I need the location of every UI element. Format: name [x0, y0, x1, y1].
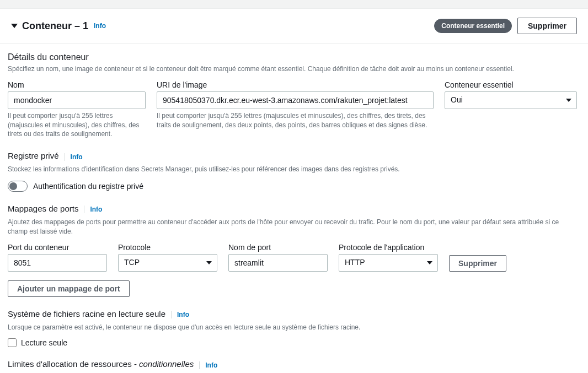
port-name-input[interactable] — [228, 254, 328, 272]
port-mappings-section: Mappages de ports Info Ajoutez des mappa… — [8, 204, 577, 297]
readonly-fs-heading: Système de fichiers racine en lecture se… — [8, 309, 165, 318]
info-link-registry[interactable]: Info — [71, 153, 83, 161]
name-hint: Il peut comporter jusqu'à 255 lettres (m… — [8, 111, 146, 139]
name-label: Nom — [8, 80, 146, 89]
registry-auth-toggle[interactable] — [8, 181, 28, 192]
remove-port-button[interactable]: Supprimer — [449, 255, 506, 272]
essential-label: Conteneur essentiel — [445, 80, 577, 89]
details-desc: Spécifiez un nom, une image de conteneur… — [8, 64, 577, 74]
app-protocol-select[interactable]: HTTP — [339, 254, 438, 272]
container-port-input[interactable] — [8, 254, 107, 272]
protocol-label: Protocole — [118, 243, 217, 252]
registry-auth-label: Authentification du registre privé — [33, 182, 143, 191]
protocol-select[interactable]: TCP — [118, 254, 217, 272]
port-mappings-desc: Ajoutez des mappages de ports pour perme… — [8, 218, 577, 236]
divider — [84, 206, 84, 213]
top-border — [0, 0, 588, 9]
add-port-mapping-button[interactable]: Ajouter un mappage de port — [8, 280, 130, 297]
readonly-fs-desc: Lorsque ce paramètre est activé, le cont… — [8, 323, 577, 332]
readonly-checkbox-label: Lecture seule — [21, 338, 67, 347]
name-input[interactable] — [8, 91, 146, 109]
info-link-ports[interactable]: Info — [90, 206, 102, 213]
app-protocol-label: Protocole de l'application — [339, 243, 438, 252]
essential-badge: Conteneur essentiel — [434, 19, 512, 33]
resource-limits-section: Limites d'allocation de ressources - con… — [8, 359, 577, 371]
readonly-checkbox[interactable] — [8, 338, 17, 347]
private-registry-section: Registre privé Info Stockez les informat… — [8, 151, 577, 192]
info-link-readonly[interactable]: Info — [177, 311, 189, 318]
toggle-knob-icon — [9, 182, 17, 190]
private-registry-heading: Registre privé — [8, 151, 59, 160]
header-actions: Conteneur essentiel Supprimer — [434, 18, 577, 34]
info-link-resource-limits[interactable]: Info — [205, 361, 217, 369]
port-mappings-heading: Mappages de ports — [8, 204, 78, 213]
collapse-toggle[interactable]: Conteneur – 1 — [11, 20, 88, 32]
divider — [171, 311, 172, 318]
container-port-label: Port du conteneur — [8, 243, 107, 252]
caret-down-icon — [11, 24, 18, 28]
uri-input[interactable] — [157, 91, 434, 109]
divider — [199, 361, 200, 369]
resource-limits-heading: Limites d'allocation de ressources - con… — [8, 359, 194, 369]
divider — [65, 153, 65, 161]
port-mapping-row: Port du conteneur Protocole TCP Nom de p… — [8, 243, 577, 272]
essential-select[interactable]: Oui — [445, 91, 577, 109]
container-header-row: Conteneur – 1 Info Conteneur essentiel S… — [0, 9, 588, 44]
port-name-label: Nom de port — [228, 243, 328, 252]
container-title: Conteneur – 1 — [22, 20, 88, 32]
details-heading: Détails du conteneur — [8, 52, 577, 62]
readonly-fs-section: Système de fichiers racine en lecture se… — [8, 309, 577, 348]
private-registry-desc: Stockez les informations d'identificatio… — [8, 165, 577, 174]
container-details-section: Détails du conteneur Spécifiez un nom, u… — [8, 52, 577, 139]
delete-container-button[interactable]: Supprimer — [517, 18, 577, 34]
uri-hint: Il peut comporter jusqu'à 255 lettres (m… — [157, 111, 434, 130]
info-link-header[interactable]: Info — [94, 22, 106, 30]
uri-label: URI de l'image — [157, 80, 434, 89]
